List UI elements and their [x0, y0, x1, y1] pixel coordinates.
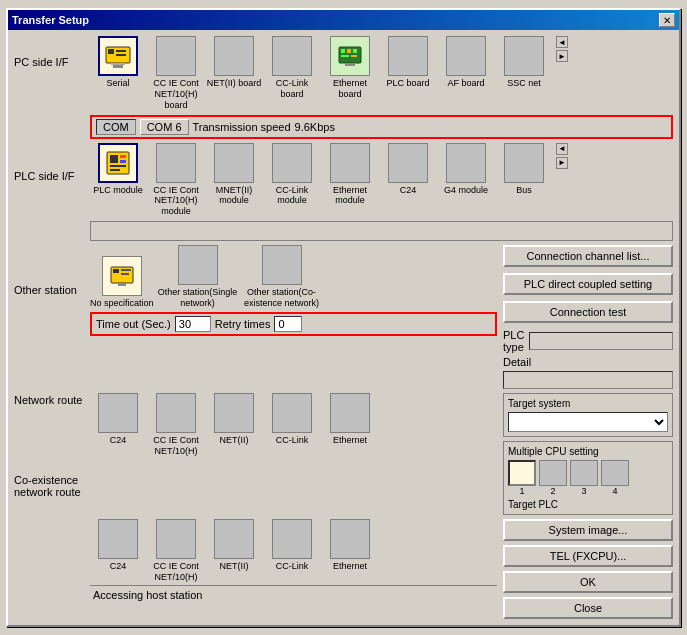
co-netii-icon-item[interactable]: NET(II): [206, 519, 262, 572]
plc-scroll-arrows: ◄ ►: [556, 143, 568, 169]
cpu-btn-container-2: 2: [539, 460, 567, 496]
net-c24-icon: [98, 393, 138, 433]
single-net-icon-item[interactable]: Other station(Single network): [158, 245, 238, 309]
svg-rect-22: [121, 273, 129, 275]
cpu-btn-1[interactable]: [508, 460, 536, 486]
close-dialog-btn[interactable]: Close: [503, 597, 673, 619]
pc-if-label: PC side I/F: [14, 36, 84, 154]
plc-ethernet-label: Ethernet module: [322, 185, 378, 207]
co-ethernet-icon-item[interactable]: Ethernet: [322, 519, 378, 572]
pc-serial-icon-item[interactable]: Serial: [90, 36, 146, 89]
plc-mnetii-icon-item[interactable]: MNET(II) module: [206, 143, 262, 207]
cpu-btn-3[interactable]: [570, 460, 598, 486]
plc-type-section: PLC type Detail: [503, 329, 673, 389]
network-right: Target system Multiple CPU setting 1: [503, 393, 673, 515]
bottom-section: C24 CC IE Cont NET/10(H) NET(II) CC: [90, 519, 673, 619]
ok-btn[interactable]: OK: [503, 571, 673, 593]
cpu-btn-container-4: 4: [601, 460, 629, 496]
plc-ethernet-icon: [330, 143, 370, 183]
pc-ethernet-icon-item[interactable]: Ethernet board: [322, 36, 378, 100]
network-icon-row: C24 CC IE Cont NET/10(H) NET(II) CC: [90, 393, 499, 457]
co-exist-label: Co-existence network route: [14, 464, 84, 544]
plc-cclink-icon-item[interactable]: CC-Link module: [264, 143, 320, 207]
connection-test-btn[interactable]: Connection test: [503, 301, 673, 323]
svg-rect-20: [113, 269, 119, 273]
pc-ethernet-label: Ethernet board: [322, 78, 378, 100]
timeout-label: Time out (Sec.): [96, 318, 171, 330]
pc-netii-icon-item[interactable]: NET(II) board: [206, 36, 262, 89]
retry-label: Retry times: [215, 318, 271, 330]
target-system-group: Target system: [503, 393, 673, 437]
net-cclink-icon-item[interactable]: CC-Link: [264, 393, 320, 446]
net-netii-icon-item[interactable]: NET(II): [206, 393, 262, 446]
plc-scroll-left[interactable]: ◄: [556, 143, 568, 155]
pc-scroll-right[interactable]: ►: [556, 50, 568, 62]
cpu-btn-4[interactable]: [601, 460, 629, 486]
net-c24-icon-item[interactable]: C24: [90, 393, 146, 446]
title-bar: Transfer Setup ✕: [8, 10, 679, 30]
cpu-num-3: 3: [581, 486, 586, 496]
tel-btn[interactable]: TEL (FXCPU)...: [503, 545, 673, 567]
com6-button[interactable]: COM 6: [140, 119, 189, 135]
target-system-select[interactable]: [508, 412, 668, 432]
co-netii-icon: [214, 519, 254, 559]
net-c24-label: C24: [110, 435, 127, 446]
com-button[interactable]: COM: [96, 119, 136, 135]
pc-cc-ie-icon: [156, 36, 196, 76]
co-exist-icon-item[interactable]: Other station(Co-existence network): [242, 245, 322, 309]
single-net-label: Other station(Single network): [158, 287, 238, 309]
pc-cc-ie-icon-item[interactable]: CC IE Cont NET/10(H) board: [148, 36, 204, 110]
cpu-num-1: 1: [519, 486, 524, 496]
plc-type-input[interactable]: [529, 332, 673, 350]
timeout-bar: Time out (Sec.) Retry times: [90, 312, 497, 336]
svg-rect-2: [116, 50, 126, 52]
svg-rect-1: [108, 49, 114, 54]
svg-rect-17: [110, 165, 126, 167]
pc-ethernet-icon: [330, 36, 370, 76]
detail-input[interactable]: [503, 371, 673, 389]
co-cc-ie-icon-item[interactable]: CC IE Cont NET/10(H): [148, 519, 204, 583]
pc-scroll-arrows: ◄ ►: [556, 36, 568, 62]
pc-scroll-left[interactable]: ◄: [556, 36, 568, 48]
net-ethernet-icon-item[interactable]: Ethernet: [322, 393, 378, 446]
pc-ssc-label: SSC net: [507, 78, 541, 89]
co-ethernet-label: Ethernet: [333, 561, 367, 572]
co-c24-icon-item[interactable]: C24: [90, 519, 146, 572]
pc-af-icon-item[interactable]: AF board: [438, 36, 494, 89]
cpu-btn-container-3: 3: [570, 460, 598, 496]
no-spec-icon-item[interactable]: No specification: [90, 256, 154, 309]
cpu-btn-2[interactable]: [539, 460, 567, 486]
pc-af-label: AF board: [447, 78, 484, 89]
pc-cclink-icon-item[interactable]: CC-Link board: [264, 36, 320, 100]
net-cclink-label: CC-Link: [276, 435, 309, 446]
plc-scroll-right[interactable]: ►: [556, 157, 568, 169]
retry-input[interactable]: [274, 316, 302, 332]
pc-plcboard-icon-item[interactable]: PLC board: [380, 36, 436, 89]
svg-rect-9: [353, 49, 357, 53]
plc-type-label: PLC type: [503, 329, 525, 353]
plc-cc-ie-icon-item[interactable]: CC IE Cont NET/10(H) module: [148, 143, 204, 217]
plc-direct-btn[interactable]: PLC direct coupled setting: [503, 273, 673, 295]
co-ethernet-icon: [330, 519, 370, 559]
svg-rect-10: [341, 55, 349, 57]
plc-g4-icon-item[interactable]: G4 module: [438, 143, 494, 196]
svg-rect-4: [113, 65, 123, 68]
network-route-section: C24 CC IE Cont NET/10(H) NET(II) CC: [90, 393, 673, 515]
pc-cc-ie-label: CC IE Cont NET/10(H) board: [148, 78, 204, 110]
other-station-icon-row: No specification Other station(Single ne…: [90, 245, 497, 309]
connection-channel-btn[interactable]: Connection channel list...: [503, 245, 673, 267]
net-cc-ie-icon-item[interactable]: CC IE Cont NET/10(H): [148, 393, 204, 457]
transmission-speed-value: 9.6Kbps: [295, 121, 335, 133]
svg-rect-12: [345, 63, 355, 66]
co-cclink-icon-item[interactable]: CC-Link: [264, 519, 320, 572]
svg-rect-16: [120, 160, 126, 163]
close-button[interactable]: ✕: [659, 13, 675, 27]
plc-ethernet-icon-item[interactable]: Ethernet module: [322, 143, 378, 207]
pc-ssc-icon-item[interactable]: SSC net: [496, 36, 552, 89]
system-image-btn[interactable]: System image...: [503, 519, 673, 541]
timeout-input[interactable]: [175, 316, 211, 332]
plc-c24-icon-item[interactable]: C24: [380, 143, 436, 196]
svg-rect-15: [120, 155, 126, 158]
plc-module-icon-item[interactable]: PLC module: [90, 143, 146, 196]
plc-bus-icon-item[interactable]: Bus: [496, 143, 552, 196]
